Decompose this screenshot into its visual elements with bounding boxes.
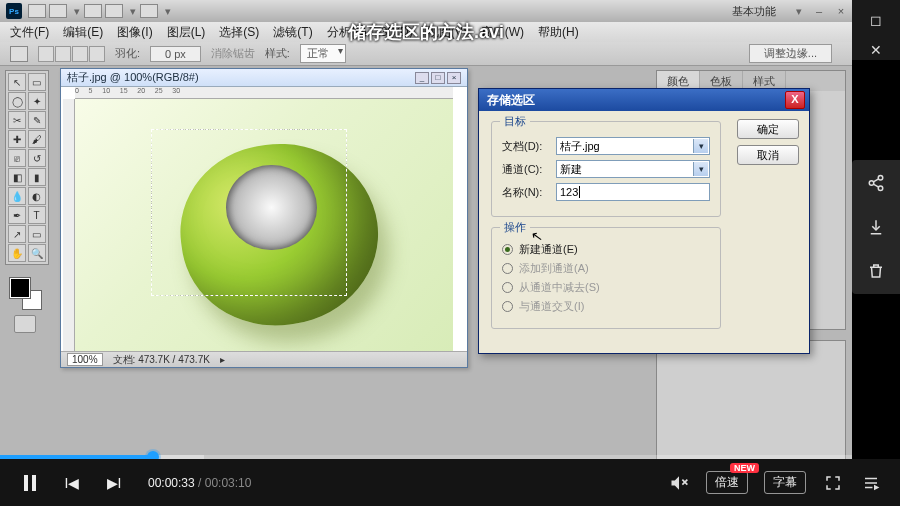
foreground-color[interactable] (10, 278, 30, 298)
window-close-icon[interactable]: ✕ (866, 40, 886, 60)
brush-tool-icon[interactable]: 🖌 (28, 130, 46, 148)
share-icon[interactable] (865, 172, 887, 194)
document-dropdown[interactable]: 桔子.jpg (556, 137, 710, 155)
menu-image[interactable]: 图像(I) (117, 24, 152, 41)
dodge-tool-icon[interactable]: ◐ (28, 187, 46, 205)
current-time: 00:00:33 (148, 476, 195, 490)
channel-dropdown[interactable]: 新建 (556, 160, 710, 178)
delete-icon[interactable] (865, 260, 887, 282)
next-button[interactable]: ▶I (102, 471, 126, 495)
ruler-horizontal: 0 5 10 15 20 25 30 (75, 87, 453, 99)
next-icon: ▶I (107, 475, 122, 491)
path-tool-icon[interactable]: ↗ (8, 225, 26, 243)
playlist-button[interactable] (860, 474, 882, 492)
zoom-input[interactable]: 100% (67, 353, 103, 366)
save-selection-dialog: 存储选区 X 确定 取消 目标 文档(D): 桔子.jpg 通道(C): (478, 88, 810, 354)
prev-icon: I◀ (65, 475, 80, 491)
workspace-label[interactable]: 基本功能 (732, 4, 776, 19)
svg-point-0 (878, 176, 883, 181)
layers-panel (656, 340, 846, 460)
toolbar-box[interactable] (140, 4, 158, 18)
menu-window[interactable]: 窗口(W) (481, 24, 524, 41)
gradient-tool-icon[interactable]: ▮ (28, 168, 46, 186)
pen-tool-icon[interactable]: ✒ (8, 206, 26, 224)
name-input[interactable]: 123 (556, 183, 710, 201)
style-label: 样式: (265, 46, 290, 61)
previous-button[interactable]: I◀ (60, 471, 84, 495)
speed-button[interactable]: 倍速 NEW (706, 471, 748, 494)
subtitle-button[interactable]: 字幕 (764, 471, 806, 494)
target-group-label: 目标 (500, 114, 530, 129)
dialog-titlebar[interactable]: 存储选区 X (479, 89, 809, 111)
sel-mode-sub[interactable] (72, 46, 88, 62)
menu-select[interactable]: 选择(S) (219, 24, 259, 41)
hand-tool-icon[interactable]: ✋ (8, 244, 26, 262)
doc-max-button[interactable]: □ (431, 72, 445, 84)
menu-help[interactable]: 帮助(H) (538, 24, 579, 41)
new-badge: NEW (730, 463, 759, 473)
selection-marquee (151, 129, 348, 295)
menu-file[interactable]: 文件(F) (10, 24, 49, 41)
toolbar-box[interactable] (105, 4, 123, 18)
doc-close-button[interactable]: × (447, 72, 461, 84)
type-tool-icon[interactable]: T (28, 206, 46, 224)
ok-button[interactable]: 确定 (737, 119, 799, 139)
ps-titlebar: Ps ▾ ▾ ▾ 基本功能 ▾ – × (0, 0, 852, 22)
menu-edit[interactable]: 编辑(E) (63, 24, 103, 41)
menu-filter[interactable]: 滤镜(T) (273, 24, 312, 41)
photoshop-window: Ps ▾ ▾ ▾ 基本功能 ▾ – × 文件(F) 编辑(E) 图像(I) 图层… (0, 0, 852, 470)
download-icon[interactable] (865, 216, 887, 238)
feather-input[interactable]: 0 px (150, 46, 201, 62)
radio-icon (502, 244, 513, 255)
menu-3d[interactable]: 3D(D) (381, 25, 413, 39)
lasso-tool-icon[interactable]: ◯ (8, 92, 26, 110)
style-dropdown[interactable]: 正常 (300, 44, 346, 63)
cancel-button[interactable]: 取消 (737, 145, 799, 165)
history-brush-icon[interactable]: ↺ (28, 149, 46, 167)
sel-mode-int[interactable] (89, 46, 105, 62)
ps-toolbox: ↖ ▭ ◯ ✦ ✂ ✎ ✚ 🖌 ⎚ ↺ ◧ ▮ 💧 ◐ ✒ T ↗ ▭ ✋ 🔍 (5, 70, 49, 265)
shape-tool-icon[interactable]: ▭ (28, 225, 46, 243)
color-swatch[interactable] (10, 278, 42, 310)
crop-tool-icon[interactable]: ✂ (8, 111, 26, 129)
radio-icon (502, 282, 513, 293)
blur-tool-icon[interactable]: 💧 (8, 187, 26, 205)
sel-mode-new[interactable] (38, 46, 54, 62)
minimize-button[interactable]: – (808, 5, 830, 17)
channel-field-label: 通道(C): (502, 162, 556, 177)
document-canvas[interactable] (75, 99, 453, 351)
quickmask-button[interactable] (14, 315, 36, 333)
controls-bar: I◀ ▶I 00:00:33 / 00:03:10 倍速 NEW 字幕 (0, 459, 900, 506)
radio-icon (502, 301, 513, 312)
toolbar-box[interactable] (49, 4, 67, 18)
mute-button[interactable] (668, 473, 690, 493)
ps-options-bar: 羽化: 0 px 消除锯齿 样式: 正常 调整边缘... (0, 42, 852, 66)
fullscreen-button[interactable] (822, 474, 844, 492)
toolbar-box[interactable] (28, 4, 46, 18)
zoom-tool-icon[interactable]: 🔍 (28, 244, 46, 262)
heal-tool-icon[interactable]: ✚ (8, 130, 26, 148)
window-restore-icon[interactable]: ◻ (866, 10, 886, 30)
menu-view[interactable]: 视图(V) (427, 24, 467, 41)
marquee-tool-icon[interactable]: ▭ (28, 73, 46, 91)
pause-button[interactable] (18, 471, 42, 495)
close-button[interactable]: × (830, 5, 852, 17)
doc-min-button[interactable]: _ (415, 72, 429, 84)
ps-logo-icon: Ps (6, 3, 22, 19)
dialog-close-button[interactable]: X (785, 91, 805, 109)
op-new-channel[interactable]: 新建通道(E) (502, 242, 710, 257)
marquee-tool-icon (10, 46, 28, 62)
document-status: 100% 文档: 473.7K / 473.7K ▸ (61, 351, 467, 367)
sel-mode-add[interactable] (55, 46, 71, 62)
toolbar-box[interactable] (84, 4, 102, 18)
wand-tool-icon[interactable]: ✦ (28, 92, 46, 110)
document-window: 桔子.jpg @ 100%(RGB/8#) _ □ × 0 5 10 15 20… (60, 68, 468, 368)
move-tool-icon[interactable]: ↖ (8, 73, 26, 91)
menu-layer[interactable]: 图层(L) (167, 24, 206, 41)
menu-analysis[interactable]: 分析(A) (327, 24, 367, 41)
refine-edge-button[interactable]: 调整边缘... (749, 44, 832, 63)
document-titlebar[interactable]: 桔子.jpg @ 100%(RGB/8#) _ □ × (61, 69, 467, 87)
eraser-tool-icon[interactable]: ◧ (8, 168, 26, 186)
stamp-tool-icon[interactable]: ⎚ (8, 149, 26, 167)
eyedrop-tool-icon[interactable]: ✎ (28, 111, 46, 129)
